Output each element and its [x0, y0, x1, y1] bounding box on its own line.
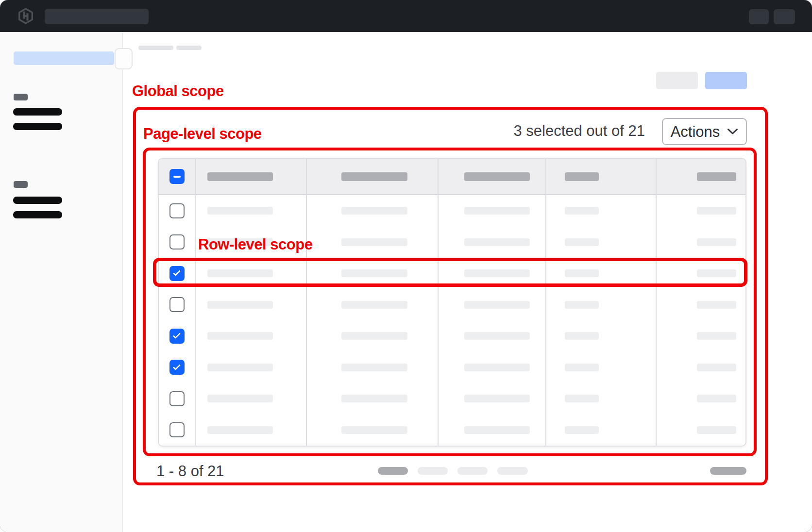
cell-skeleton — [697, 364, 736, 371]
cell-skeleton — [341, 301, 407, 309]
top-nav-bar — [0, 0, 812, 32]
row-scope-label: Row-level scope — [198, 236, 312, 253]
app-window: Global scope Page-level scope Row-level … — [0, 0, 812, 532]
cell-skeleton — [697, 269, 736, 277]
hashicorp-logo-icon — [17, 8, 34, 24]
cell-skeleton — [341, 238, 407, 246]
check-icon — [172, 331, 180, 339]
actions-button-label: Actions — [671, 124, 720, 139]
table-header-row — [159, 159, 745, 195]
cell-skeleton — [464, 426, 530, 434]
row-checkbox[interactable] — [169, 391, 185, 406]
cell-skeleton — [464, 238, 530, 246]
cell-skeleton — [341, 364, 407, 371]
breadcrumb-segment — [138, 46, 173, 50]
sidebar-item[interactable] — [13, 108, 62, 116]
table-row — [159, 415, 745, 446]
column-header-skeleton — [565, 172, 599, 181]
sidebar-item[interactable] — [13, 197, 62, 204]
sidebar-item[interactable] — [13, 123, 62, 130]
column-header-skeleton — [464, 172, 530, 181]
pagination-next-button[interactable] — [497, 467, 528, 475]
cell-skeleton — [697, 332, 736, 340]
cell-skeleton — [697, 207, 736, 215]
cell-skeleton — [565, 364, 599, 371]
pagination-page-button[interactable] — [457, 467, 488, 475]
table-row — [159, 289, 745, 321]
pagination-prev-button[interactable] — [378, 467, 408, 475]
cell-skeleton — [565, 207, 599, 215]
breadcrumb-segment — [176, 46, 202, 50]
row-checkbox[interactable] — [169, 203, 185, 218]
cell-skeleton — [341, 426, 407, 434]
cell-skeleton — [341, 207, 407, 215]
sidebar-section-label — [14, 94, 28, 100]
cell-skeleton — [207, 301, 273, 309]
global-scope-label: Global scope — [132, 83, 224, 100]
cell-skeleton — [464, 207, 530, 215]
column-header-skeleton — [207, 172, 273, 181]
page-size-selector[interactable] — [710, 467, 746, 475]
sidebar-collapse-handle[interactable] — [115, 48, 133, 69]
user-menu-button[interactable] — [774, 9, 795, 24]
table-row — [159, 352, 745, 383]
row-checkbox[interactable] — [169, 297, 185, 312]
table-row — [159, 383, 745, 415]
check-icon — [172, 268, 180, 276]
table-row — [159, 195, 745, 227]
cell-skeleton — [341, 395, 407, 402]
row-checkbox[interactable] — [169, 266, 185, 281]
cell-skeleton — [565, 332, 599, 340]
row-checkbox[interactable] — [169, 360, 185, 375]
pagination-page-button[interactable] — [418, 467, 448, 475]
table-body — [159, 195, 745, 446]
cell-skeleton — [207, 207, 273, 215]
row-checkbox[interactable] — [169, 329, 185, 344]
check-icon — [172, 362, 180, 370]
cell-skeleton — [697, 301, 736, 309]
cell-skeleton — [565, 426, 599, 434]
cell-skeleton — [464, 269, 530, 277]
pagination-range-label: 1 - 8 of 21 — [156, 463, 224, 480]
selection-summary: 3 selected out of 21 — [504, 123, 645, 139]
row-checkbox[interactable] — [169, 422, 185, 437]
cell-skeleton — [464, 301, 530, 309]
secondary-action-button[interactable] — [656, 72, 698, 89]
data-table — [158, 158, 746, 447]
row-checkbox[interactable] — [169, 234, 185, 249]
sidebar-item[interactable] — [13, 211, 62, 218]
primary-action-button[interactable] — [705, 72, 747, 89]
cell-skeleton — [697, 426, 736, 434]
chevron-down-icon — [727, 128, 738, 135]
sidebar-item-active[interactable] — [14, 51, 114, 65]
cell-skeleton — [207, 332, 273, 340]
cell-skeleton — [565, 301, 599, 309]
sidebar — [0, 32, 123, 532]
cell-skeleton — [565, 269, 599, 277]
cell-skeleton — [207, 395, 273, 402]
cell-skeleton — [464, 395, 530, 402]
cell-skeleton — [565, 395, 599, 402]
cell-skeleton — [207, 269, 273, 277]
cell-skeleton — [464, 364, 530, 371]
indeterminate-dash-icon — [173, 176, 181, 178]
cell-skeleton — [565, 238, 599, 246]
cell-skeleton — [697, 395, 736, 402]
column-header-skeleton — [341, 172, 407, 181]
actions-dropdown-button[interactable]: Actions — [662, 118, 747, 145]
cell-skeleton — [464, 332, 530, 340]
cell-skeleton — [697, 238, 736, 246]
cell-skeleton — [207, 364, 273, 371]
help-button[interactable] — [749, 9, 769, 24]
cell-skeleton — [341, 269, 407, 277]
cell-skeleton — [207, 426, 273, 434]
select-all-checkbox[interactable] — [169, 169, 185, 184]
table-row — [159, 320, 745, 352]
search-input[interactable] — [45, 9, 149, 24]
cell-skeleton — [341, 332, 407, 340]
table-row — [159, 258, 745, 289]
column-header-skeleton — [697, 172, 736, 181]
page-scope-label: Page-level scope — [143, 126, 262, 142]
sidebar-section-label — [14, 181, 28, 188]
